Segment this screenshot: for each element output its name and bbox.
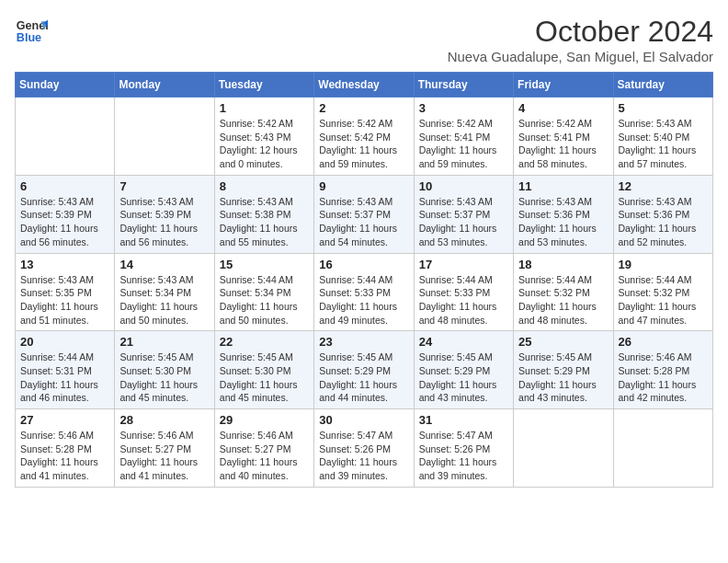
day-detail: Sunrise: 5:44 AM Sunset: 5:32 PM Dayligh…: [619, 273, 708, 327]
calendar-table: SundayMondayTuesdayWednesdayThursdayFrid…: [15, 72, 713, 488]
day-number: 31: [419, 413, 508, 427]
day-number: 13: [20, 258, 109, 271]
day-number: 29: [220, 413, 309, 427]
calendar-cell: 8Sunrise: 5:43 AM Sunset: 5:38 PM Daylig…: [214, 175, 313, 253]
calendar-cell: 12Sunrise: 5:43 AM Sunset: 5:36 PM Dayli…: [613, 175, 712, 253]
calendar-cell: 11Sunrise: 5:43 AM Sunset: 5:36 PM Dayli…: [514, 175, 613, 253]
calendar-cell: 18Sunrise: 5:44 AM Sunset: 5:32 PM Dayli…: [514, 253, 613, 331]
calendar-cell: 28Sunrise: 5:46 AM Sunset: 5:27 PM Dayli…: [115, 409, 214, 488]
day-detail: Sunrise: 5:46 AM Sunset: 5:28 PM Dayligh…: [619, 350, 708, 405]
day-detail: Sunrise: 5:43 AM Sunset: 5:38 PM Dayligh…: [220, 195, 309, 249]
calendar-day-header: Monday: [115, 73, 214, 98]
calendar-cell: 21Sunrise: 5:45 AM Sunset: 5:30 PM Dayli…: [115, 331, 214, 409]
calendar-day-header: Saturday: [613, 73, 712, 98]
day-detail: Sunrise: 5:42 AM Sunset: 5:43 PM Dayligh…: [220, 117, 309, 171]
calendar-cell: 9Sunrise: 5:43 AM Sunset: 5:37 PM Daylig…: [314, 175, 414, 253]
day-detail: Sunrise: 5:44 AM Sunset: 5:33 PM Dayligh…: [419, 273, 508, 327]
calendar-week-row: 1Sunrise: 5:42 AM Sunset: 5:43 PM Daylig…: [16, 98, 713, 176]
day-number: 16: [319, 258, 408, 271]
calendar-week-row: 20Sunrise: 5:44 AM Sunset: 5:31 PM Dayli…: [16, 331, 713, 409]
calendar-cell: 24Sunrise: 5:45 AM Sunset: 5:29 PM Dayli…: [414, 331, 513, 409]
day-number: 15: [220, 258, 309, 271]
day-number: 3: [419, 101, 508, 115]
calendar-cell: 22Sunrise: 5:45 AM Sunset: 5:30 PM Dayli…: [214, 331, 313, 409]
day-detail: Sunrise: 5:42 AM Sunset: 5:41 PM Dayligh…: [518, 117, 608, 171]
page-header: General Blue General Blue October 2024 N…: [15, 15, 713, 64]
day-number: 2: [319, 101, 408, 115]
calendar-cell: 25Sunrise: 5:45 AM Sunset: 5:29 PM Dayli…: [514, 331, 613, 409]
day-detail: Sunrise: 5:43 AM Sunset: 5:34 PM Dayligh…: [119, 273, 209, 327]
day-detail: Sunrise: 5:45 AM Sunset: 5:29 PM Dayligh…: [319, 350, 408, 405]
day-number: 17: [419, 258, 508, 271]
calendar-cell: 13Sunrise: 5:43 AM Sunset: 5:35 PM Dayli…: [16, 253, 115, 331]
day-number: 19: [619, 258, 708, 271]
day-number: 22: [220, 335, 309, 349]
logo-icon: General Blue: [15, 15, 48, 48]
day-number: 4: [518, 101, 608, 115]
calendar-cell: 31Sunrise: 5:47 AM Sunset: 5:26 PM Dayli…: [414, 409, 513, 488]
day-detail: Sunrise: 5:44 AM Sunset: 5:33 PM Dayligh…: [319, 273, 408, 327]
day-detail: Sunrise: 5:44 AM Sunset: 5:34 PM Dayligh…: [220, 273, 309, 327]
day-number: 30: [319, 413, 408, 427]
calendar-cell: [16, 98, 115, 176]
calendar-cell: [514, 409, 613, 488]
svg-text:Blue: Blue: [17, 31, 41, 44]
calendar-cell: 27Sunrise: 5:46 AM Sunset: 5:28 PM Dayli…: [16, 409, 115, 488]
calendar-header-row: SundayMondayTuesdayWednesdayThursdayFrid…: [16, 73, 713, 98]
calendar-week-row: 13Sunrise: 5:43 AM Sunset: 5:35 PM Dayli…: [16, 253, 713, 331]
day-detail: Sunrise: 5:45 AM Sunset: 5:30 PM Dayligh…: [220, 350, 309, 405]
logo: General Blue General Blue: [15, 15, 48, 48]
title-block: October 2024 Nueva Guadalupe, San Miguel…: [448, 15, 713, 64]
calendar-cell: 17Sunrise: 5:44 AM Sunset: 5:33 PM Dayli…: [414, 253, 513, 331]
day-number: 28: [119, 413, 209, 427]
calendar-cell: 3Sunrise: 5:42 AM Sunset: 5:41 PM Daylig…: [414, 98, 513, 176]
calendar-cell: 19Sunrise: 5:44 AM Sunset: 5:32 PM Dayli…: [613, 253, 712, 331]
day-detail: Sunrise: 5:45 AM Sunset: 5:30 PM Dayligh…: [119, 350, 209, 405]
day-detail: Sunrise: 5:46 AM Sunset: 5:27 PM Dayligh…: [119, 429, 209, 483]
calendar-day-header: Friday: [514, 73, 613, 98]
day-detail: Sunrise: 5:46 AM Sunset: 5:27 PM Dayligh…: [220, 429, 309, 483]
calendar-day-header: Tuesday: [214, 73, 313, 98]
day-detail: Sunrise: 5:43 AM Sunset: 5:36 PM Dayligh…: [518, 195, 608, 249]
day-detail: Sunrise: 5:43 AM Sunset: 5:35 PM Dayligh…: [20, 273, 109, 327]
calendar-cell: 5Sunrise: 5:43 AM Sunset: 5:40 PM Daylig…: [613, 98, 712, 176]
day-number: 11: [518, 179, 608, 193]
calendar-cell: 7Sunrise: 5:43 AM Sunset: 5:39 PM Daylig…: [115, 175, 214, 253]
day-number: 9: [319, 179, 408, 193]
day-number: 5: [619, 101, 708, 115]
day-number: 12: [619, 179, 708, 193]
day-detail: Sunrise: 5:43 AM Sunset: 5:37 PM Dayligh…: [419, 195, 508, 249]
calendar-week-row: 27Sunrise: 5:46 AM Sunset: 5:28 PM Dayli…: [16, 409, 713, 488]
calendar-cell: 1Sunrise: 5:42 AM Sunset: 5:43 PM Daylig…: [214, 98, 313, 176]
day-number: 18: [518, 258, 608, 271]
calendar-cell: 2Sunrise: 5:42 AM Sunset: 5:42 PM Daylig…: [314, 98, 414, 176]
calendar-day-header: Wednesday: [314, 73, 414, 98]
day-number: 24: [419, 335, 508, 349]
day-number: 20: [20, 335, 109, 349]
calendar-cell: 10Sunrise: 5:43 AM Sunset: 5:37 PM Dayli…: [414, 175, 513, 253]
calendar-week-row: 6Sunrise: 5:43 AM Sunset: 5:39 PM Daylig…: [16, 175, 713, 253]
calendar-day-header: Sunday: [16, 73, 115, 98]
day-detail: Sunrise: 5:42 AM Sunset: 5:41 PM Dayligh…: [419, 117, 508, 171]
day-number: 25: [518, 335, 608, 349]
day-detail: Sunrise: 5:43 AM Sunset: 5:39 PM Dayligh…: [20, 195, 109, 249]
calendar-cell: 14Sunrise: 5:43 AM Sunset: 5:34 PM Dayli…: [115, 253, 214, 331]
day-number: 1: [220, 101, 309, 115]
day-detail: Sunrise: 5:45 AM Sunset: 5:29 PM Dayligh…: [518, 350, 608, 405]
day-number: 21: [119, 335, 209, 349]
location-title: Nueva Guadalupe, San Miguel, El Salvador: [448, 49, 713, 64]
calendar-cell: [115, 98, 214, 176]
day-detail: Sunrise: 5:44 AM Sunset: 5:31 PM Dayligh…: [20, 350, 109, 405]
day-number: 6: [20, 179, 109, 193]
day-number: 26: [619, 335, 708, 349]
calendar-cell: 15Sunrise: 5:44 AM Sunset: 5:34 PM Dayli…: [214, 253, 313, 331]
calendar-cell: 4Sunrise: 5:42 AM Sunset: 5:41 PM Daylig…: [514, 98, 613, 176]
day-number: 10: [419, 179, 508, 193]
calendar-cell: 6Sunrise: 5:43 AM Sunset: 5:39 PM Daylig…: [16, 175, 115, 253]
calendar-cell: 29Sunrise: 5:46 AM Sunset: 5:27 PM Dayli…: [214, 409, 313, 488]
calendar-day-header: Thursday: [414, 73, 513, 98]
day-detail: Sunrise: 5:43 AM Sunset: 5:40 PM Dayligh…: [619, 117, 708, 171]
calendar-cell: 30Sunrise: 5:47 AM Sunset: 5:26 PM Dayli…: [314, 409, 414, 488]
day-detail: Sunrise: 5:47 AM Sunset: 5:26 PM Dayligh…: [319, 429, 408, 483]
day-number: 8: [220, 179, 309, 193]
